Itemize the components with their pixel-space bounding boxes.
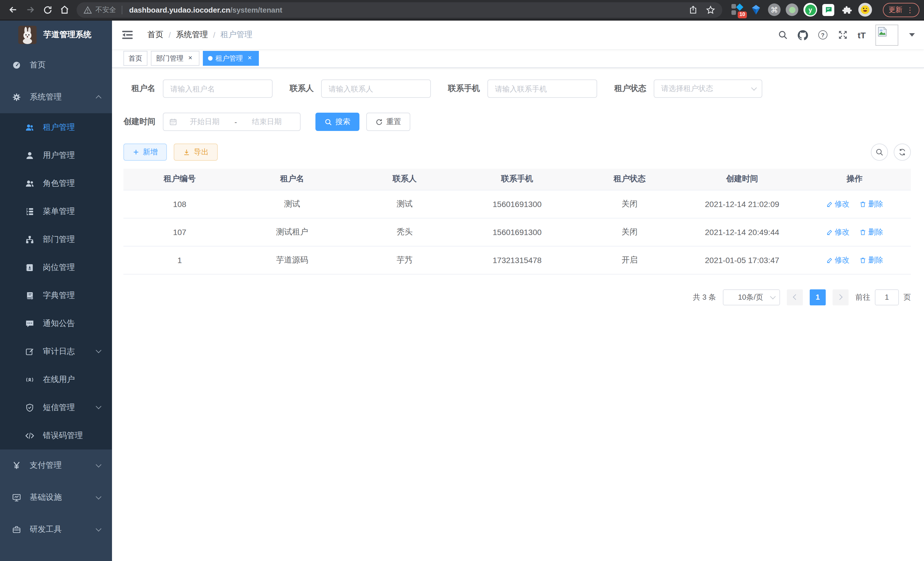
extension-chat-icon[interactable] (822, 4, 834, 16)
delete-link[interactable]: 删除 (860, 199, 883, 209)
sidebar-item-user[interactable]: 用户管理 (0, 141, 112, 169)
more-menu-icon[interactable]: ⋮ (906, 5, 914, 14)
home-icon[interactable] (56, 1, 73, 18)
reset-button[interactable]: 重置 (366, 113, 410, 131)
extension-blocks-icon[interactable]: 10 (730, 3, 744, 17)
edit-link[interactable]: 修改 (826, 227, 849, 237)
url-host: dashboard.yudao.iocoder.cn (129, 5, 230, 14)
start-date-placeholder[interactable]: 开始日期 (177, 117, 232, 127)
show-search-button[interactable] (871, 144, 888, 161)
sidebar-item-sms[interactable]: 短信管理 (0, 393, 112, 421)
url-bar[interactable]: 不安全 dashboard.yudao.iocoder.cn /system/t… (76, 2, 722, 17)
close-icon[interactable]: × (186, 54, 194, 62)
add-button[interactable]: 新增 (123, 144, 167, 161)
sidebar-item-dict[interactable]: 字典管理 (0, 281, 112, 309)
extension-gem-icon[interactable] (749, 3, 763, 17)
star-icon[interactable] (706, 5, 716, 15)
sidebar-item-infra[interactable]: 基础设施 (0, 481, 112, 514)
back-icon[interactable] (4, 1, 22, 18)
gear-icon (12, 93, 21, 102)
audit-log-icon (25, 347, 34, 356)
sidebar-item-online[interactable]: 在线用户 (0, 365, 112, 393)
delete-link[interactable]: 删除 (860, 255, 883, 265)
sidebar-item-pay[interactable]: 支付管理 (0, 450, 112, 481)
sidebar-item-menu[interactable]: 菜单管理 (0, 197, 112, 225)
org-chart-icon (25, 235, 34, 244)
table-row: 108 测试 测试 15601691300 关闭 2021-12-14 21:0… (123, 190, 911, 218)
extension-emoji-icon[interactable] (858, 3, 872, 17)
forward-icon[interactable] (22, 1, 39, 18)
sidebar-item-system[interactable]: 系统管理 (0, 81, 112, 113)
sidebar-item-home[interactable]: 首页 (0, 49, 112, 81)
avatar[interactable] (875, 24, 898, 45)
fullscreen-icon[interactable] (838, 30, 848, 40)
extension-dot-icon[interactable] (786, 3, 798, 16)
contact-input[interactable] (321, 80, 431, 98)
monitor-icon (12, 493, 21, 502)
breadcrumb-system[interactable]: 系统管理 (176, 30, 208, 40)
mobile-input[interactable] (488, 80, 597, 98)
share-icon[interactable] (688, 5, 698, 14)
sidebar-item-auditlog[interactable]: 审计日志 (0, 337, 112, 365)
tenant-name-input[interactable] (163, 80, 273, 98)
extension-command-icon[interactable]: ⌘ (768, 3, 781, 16)
avatar-dropdown-caret-icon[interactable] (909, 33, 915, 37)
chevron-down-icon (96, 462, 101, 468)
filter-row-1: 租户名 联系人 联系手机 租户状态 请选择租户状态 (123, 80, 911, 98)
edit-link[interactable]: 修改 (826, 199, 849, 209)
search-button[interactable]: 搜索 (315, 113, 359, 131)
sidebar-item-post[interactable]: 岗位管理 (0, 253, 112, 281)
export-button[interactable]: 导出 (174, 144, 218, 161)
chevron-left-icon (793, 294, 799, 300)
extension-puzzle-icon[interactable] (839, 3, 853, 17)
plus-icon (133, 149, 140, 156)
security-label[interactable]: 不安全 (95, 5, 116, 15)
edit-link[interactable]: 修改 (826, 255, 849, 265)
search-icon[interactable] (778, 30, 788, 40)
tag-home[interactable]: 首页 (123, 51, 147, 66)
goto-page-input[interactable] (875, 289, 899, 305)
refresh-table-button[interactable] (894, 144, 911, 161)
money-icon (12, 461, 21, 470)
edit-icon (826, 256, 833, 263)
sidebar-item-notice[interactable]: 通知公告 (0, 309, 112, 337)
sidebar-item-tenant[interactable]: 租户管理 (0, 113, 112, 141)
end-date-placeholder[interactable]: 结束日期 (239, 117, 294, 127)
sidebar-item-role[interactable]: 角色管理 (0, 169, 112, 197)
breadcrumb-home[interactable]: 首页 (147, 30, 164, 40)
delete-link[interactable]: 删除 (860, 227, 883, 237)
extension-y-icon[interactable]: y (803, 3, 817, 17)
status-select[interactable]: 请选择租户状态 (654, 80, 762, 98)
sms-shield-icon (25, 403, 34, 412)
date-range-picker[interactable]: 开始日期 - 结束日期 (163, 113, 301, 131)
reload-icon[interactable] (39, 1, 56, 18)
sidebar-item-devtool[interactable]: 研发工具 (0, 514, 112, 546)
dashboard-icon (12, 61, 21, 70)
page-number-current[interactable]: 1 (810, 289, 826, 305)
next-page-button[interactable] (832, 289, 849, 305)
tag-dept[interactable]: 部门管理 × (151, 51, 200, 66)
filter-contact: 联系人 (290, 80, 431, 98)
filter-status: 租户状态 请选择租户状态 (614, 80, 762, 98)
url-path: /system/tenant (230, 5, 282, 14)
breadcrumb: 首页 / 系统管理 / 租户管理 (147, 30, 253, 40)
page-size-select[interactable]: 10条/页 (723, 289, 780, 305)
prev-page-button[interactable] (787, 289, 803, 305)
font-size-icon[interactable]: tT (858, 30, 866, 40)
collapse-sidebar-icon[interactable] (121, 29, 134, 41)
status-text: 关闭 (573, 218, 686, 246)
help-icon[interactable]: ? (818, 30, 828, 40)
chevron-down-icon (751, 85, 757, 91)
close-icon[interactable]: × (246, 54, 254, 62)
github-icon[interactable] (798, 30, 808, 40)
filter-create-time: 创建时间 开始日期 - 结束日期 (123, 113, 301, 131)
sidebar-item-dept[interactable]: 部门管理 (0, 225, 112, 253)
app-logo[interactable]: 芋道管理系统 (0, 21, 112, 49)
tag-tenant[interactable]: 租户管理 × (203, 51, 259, 66)
table-toolbar: 新增 导出 (123, 144, 911, 161)
table-header-row: 租户编号 租户名 联系人 联系手机 租户状态 创建时间 操作 (123, 169, 911, 190)
sidebar-item-errorcode[interactable]: 错误码管理 (0, 421, 112, 450)
update-button[interactable]: 更新 ⋮ (883, 3, 920, 17)
refresh-icon (375, 118, 383, 126)
edit-icon (826, 200, 833, 207)
